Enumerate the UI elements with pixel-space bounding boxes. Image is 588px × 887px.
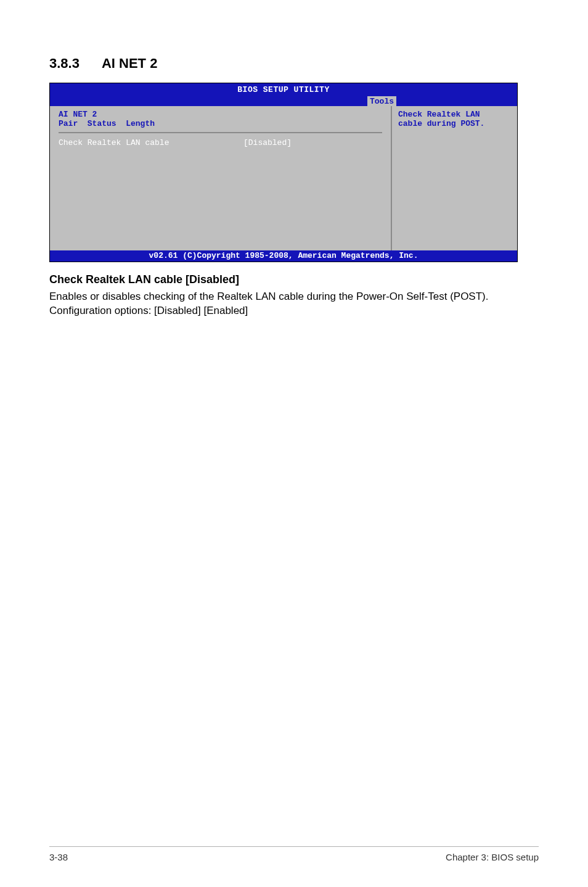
body-text: Enables or disables checking of the Real… [49,290,539,318]
subheading: Check Realtek LAN cable [Disabled] [49,273,539,286]
bios-footer: v02.61 (C)Copyright 1985-2008, American … [50,250,517,262]
bios-left-pane: AI NET 2 Pair Status Length Check Realte… [50,106,391,250]
bios-menubar: Tools [50,95,517,106]
bios-option-row[interactable]: Check Realtek LAN cable [Disabled] [59,138,382,147]
bios-help-pane: Check Realtek LAN cable during POST. [391,106,517,250]
bios-option-value: [Disabled] [243,138,292,147]
bios-body: AI NET 2 Pair Status Length Check Realte… [50,106,517,250]
page-footer: 3-38 Chapter 3: BIOS setup [49,846,539,862]
section-title: AI NET 2 [102,56,157,72]
bios-panel: BIOS SETUP UTILITY Tools AI NET 2 Pair S… [49,83,518,262]
chapter-label: Chapter 3: BIOS setup [446,852,539,862]
bios-left-header: AI NET 2 Pair Status Length [59,110,382,133]
tab-tools[interactable]: Tools [367,96,396,106]
section-number: 3.8.3 [49,56,80,72]
bios-left-content: Check Realtek LAN cable [Disabled] [59,133,382,244]
bios-title: BIOS SETUP UTILITY [50,83,517,95]
page-number: 3-38 [49,852,68,862]
section-heading: 3.8.3 AI NET 2 [49,56,539,72]
bios-option-label: Check Realtek LAN cable [59,138,243,147]
